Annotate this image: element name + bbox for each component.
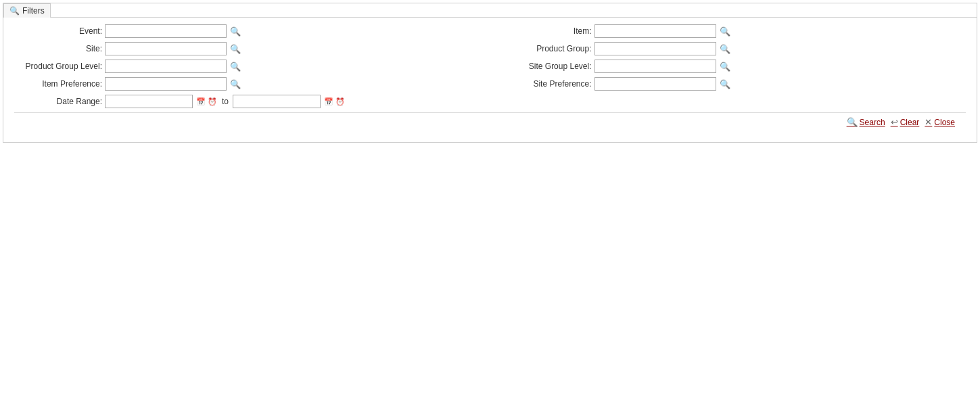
clear-button-label: Clear (900, 118, 920, 127)
date-range-label: Date Range: (14, 97, 102, 106)
product-group-row: Product Group: 🔍 (504, 42, 966, 55)
site-preference-input[interactable] (594, 77, 716, 91)
site-preference-label: Site Preference: (504, 79, 592, 89)
search-icon: 🔍 (9, 6, 20, 16)
site-row: Site: 🔍 (14, 42, 477, 55)
clock-from-icon[interactable]: ⏰ (207, 96, 218, 107)
item-preference-input[interactable] (105, 77, 227, 91)
event-label: Event: (14, 26, 102, 36)
site-input[interactable] (105, 42, 227, 55)
date-to-input[interactable] (233, 95, 321, 108)
filters-tab[interactable]: 🔍 Filters (3, 3, 51, 18)
date-to-label: to (222, 97, 229, 106)
right-column: Item: 🔍 Product Group: 🔍 Site Group Leve… (504, 24, 966, 108)
product-group-input[interactable] (594, 42, 716, 55)
filters-content: Event: 🔍 Site: 🔍 Product Group Level: 🔍 (3, 17, 977, 142)
product-group-level-input[interactable] (105, 60, 227, 73)
site-label: Site: (14, 44, 102, 53)
form-grid: Event: 🔍 Site: 🔍 Product Group Level: 🔍 (14, 24, 966, 108)
close-button[interactable]: ✕ Close (925, 117, 955, 127)
date-from-icons: 📅 ⏰ (195, 96, 218, 107)
event-lookup-icon[interactable]: 🔍 (229, 25, 241, 37)
item-label: Item: (504, 26, 592, 36)
search-button-icon: 🔍 (847, 117, 858, 127)
product-group-level-label: Product Group Level: (14, 62, 102, 71)
clear-button[interactable]: ↩ Clear (891, 117, 920, 127)
item-preference-lookup-icon[interactable]: 🔍 (229, 78, 241, 90)
site-preference-lookup-icon[interactable]: 🔍 (719, 78, 731, 90)
event-row: Event: 🔍 (14, 24, 477, 38)
site-lookup-icon[interactable]: 🔍 (229, 43, 241, 55)
site-group-level-lookup-icon[interactable]: 🔍 (719, 60, 731, 72)
search-button-label: Search (860, 118, 885, 127)
item-row: Item: 🔍 (504, 24, 966, 38)
action-bar: 🔍 Search ↩ Clear ✕ Close (14, 112, 966, 133)
item-lookup-icon[interactable]: 🔍 (719, 25, 731, 37)
clear-button-icon: ↩ (891, 117, 898, 127)
product-group-level-lookup-icon[interactable]: 🔍 (229, 60, 241, 72)
calendar-to-icon[interactable]: 📅 (323, 96, 334, 107)
item-preference-row: Item Preference: 🔍 (14, 77, 477, 91)
product-group-lookup-icon[interactable]: 🔍 (719, 43, 731, 55)
site-group-level-label: Site Group Level: (504, 62, 592, 71)
site-group-level-row: Site Group Level: 🔍 (504, 60, 966, 73)
event-input[interactable] (105, 24, 227, 38)
clock-to-icon[interactable]: ⏰ (335, 96, 346, 107)
calendar-from-icon[interactable]: 📅 (195, 96, 206, 107)
item-preference-label: Item Preference: (14, 79, 102, 89)
date-to-icons: 📅 ⏰ (323, 96, 346, 107)
date-from-input[interactable] (105, 95, 193, 108)
item-input[interactable] (594, 24, 716, 38)
date-range-row: Date Range: 📅 ⏰ to 📅 ⏰ (14, 95, 477, 108)
product-group-label: Product Group: (504, 44, 592, 53)
site-group-level-input[interactable] (594, 60, 716, 73)
product-group-level-row: Product Group Level: 🔍 (14, 60, 477, 73)
left-column: Event: 🔍 Site: 🔍 Product Group Level: 🔍 (14, 24, 477, 108)
close-button-label: Close (934, 118, 955, 127)
filters-tab-label: Filters (22, 6, 45, 16)
search-button[interactable]: 🔍 Search (847, 117, 885, 127)
filters-panel: 🔍 Filters Event: 🔍 Site: 🔍 (3, 3, 977, 143)
close-button-icon: ✕ (925, 117, 932, 127)
site-preference-row: Site Preference: 🔍 (504, 77, 966, 91)
